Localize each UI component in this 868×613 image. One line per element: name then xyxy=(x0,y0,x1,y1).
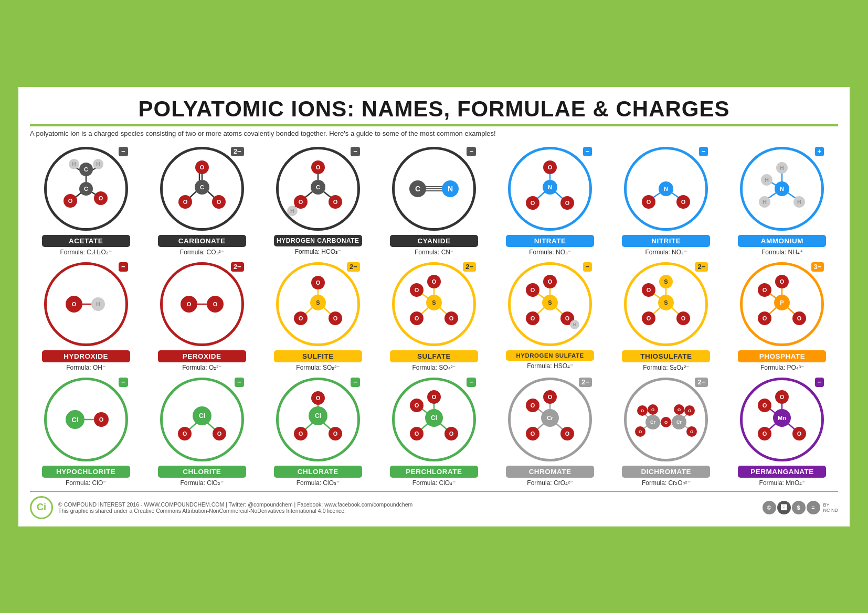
svg-text:O: O xyxy=(217,431,221,437)
svg-text:N: N xyxy=(664,186,668,192)
cc-icon-nc: $ xyxy=(792,501,806,514)
svg-text:O: O xyxy=(664,420,668,424)
thiosulfate-charge: 2− xyxy=(695,262,708,272)
ammonium-formula: Formula: NH₄⁺ xyxy=(761,249,803,256)
cc-icons: © 🅱 $ = BYNC ND xyxy=(763,501,839,514)
permanganate-name: PERMANGANATE xyxy=(738,466,826,478)
page-title: POLYATOMIC IONS: NAMES, FORMULAE & CHARG… xyxy=(30,96,838,122)
svg-text:O: O xyxy=(333,199,338,205)
svg-text:O: O xyxy=(299,315,303,321)
chromate-formula: Formula: CrO₄²⁻ xyxy=(527,479,573,487)
svg-text:C: C xyxy=(415,185,420,193)
svg-text:Cr: Cr xyxy=(547,415,554,421)
thiosulfate-name: THIOSULFATE xyxy=(622,350,710,362)
phosphate-formula: Formula: PO₄³⁻ xyxy=(760,364,804,371)
svg-text:S: S xyxy=(664,278,668,285)
sulfite-formula: Formula: SO₃²⁻ xyxy=(296,364,340,371)
divider xyxy=(30,124,838,126)
svg-text:O: O xyxy=(299,199,303,205)
chlorite-formula: Formula: ClO₂⁻ xyxy=(181,479,224,487)
chlorate-name: CHLORATE xyxy=(274,466,362,478)
svg-text:O: O xyxy=(647,315,651,321)
hydrogen-sulfate-charge: − xyxy=(583,262,592,272)
svg-text:Cl: Cl xyxy=(315,412,321,420)
sulfate-circle-wrap: S O O O O xyxy=(390,260,478,348)
hydroxide-circle-wrap: O H − xyxy=(42,260,130,348)
svg-text:O: O xyxy=(316,279,321,286)
row-1: C O O C H xyxy=(30,145,838,256)
svg-text:O: O xyxy=(531,402,535,408)
nitrite-name: NITRITE xyxy=(622,235,710,247)
svg-text:H: H xyxy=(763,199,767,205)
hydrogen-sulfate-circle: S O O O O xyxy=(508,262,592,346)
thiosulfate-circle: S S O O O xyxy=(624,262,708,346)
phosphate-charge: 3− xyxy=(811,262,824,272)
hydrogen-sulfate-card: S O O O O xyxy=(494,260,606,371)
phosphate-circle-wrap: P O O O O xyxy=(738,260,826,348)
svg-text:O: O xyxy=(432,394,437,400)
svg-text:O: O xyxy=(531,200,535,206)
svg-text:S: S xyxy=(548,299,552,306)
svg-text:O: O xyxy=(99,416,103,423)
ci-logo: Ci xyxy=(30,496,53,519)
svg-text:O: O xyxy=(449,431,454,437)
carbonate-circle-wrap: C O O O 2− xyxy=(158,145,246,233)
svg-text:O: O xyxy=(565,200,570,206)
svg-text:O: O xyxy=(651,407,654,412)
acetate-formula: Formula: C₂H₃O₂⁻ xyxy=(60,249,111,256)
thiosulfate-card: S S O O O xyxy=(610,260,722,371)
svg-text:C: C xyxy=(316,184,320,190)
svg-text:O: O xyxy=(415,402,419,408)
svg-text:O: O xyxy=(681,315,686,321)
chlorate-formula: Formula: ClO₃⁻ xyxy=(297,479,340,487)
permanganate-charge: − xyxy=(815,378,824,388)
permanganate-formula: Formula: MnO₄⁻ xyxy=(759,479,806,487)
svg-text:O: O xyxy=(449,315,454,321)
hydroxide-circle: O H xyxy=(44,262,128,346)
svg-text:O: O xyxy=(639,429,642,434)
svg-text:C: C xyxy=(200,184,204,190)
hydrogen-carbonate-charge: − xyxy=(351,147,360,157)
chlorite-charge: − xyxy=(235,378,244,388)
svg-text:H: H xyxy=(797,199,801,205)
chromate-card: Cr O O O O xyxy=(494,375,606,487)
svg-text:O: O xyxy=(199,164,204,170)
svg-text:O: O xyxy=(432,278,437,285)
hypochlorite-circle: Cl O xyxy=(44,378,128,461)
nitrite-card: N O O − NITRITE Formula: NO₂⁻ xyxy=(610,145,722,256)
cyanide-name: CYANIDE xyxy=(390,235,478,247)
dichromate-charge: 2− xyxy=(695,378,708,388)
hypochlorite-formula: Formula: ClO⁻ xyxy=(66,479,106,487)
cyanide-formula: Formula: CN⁻ xyxy=(415,249,453,256)
ammonium-card: N H H H H xyxy=(726,145,838,256)
sulfate-formula: Formula: SO₄²⁻ xyxy=(412,364,456,371)
svg-text:O: O xyxy=(68,198,72,204)
svg-text:H: H xyxy=(72,161,76,167)
chromate-charge: 2− xyxy=(579,378,592,388)
svg-text:C: C xyxy=(84,186,88,192)
svg-text:O: O xyxy=(183,199,187,205)
svg-text:O: O xyxy=(531,431,535,437)
hydroxide-charge: − xyxy=(119,262,128,272)
permanganate-circle: Mn O O O O xyxy=(740,378,824,461)
svg-text:O: O xyxy=(763,287,767,293)
cc-icon-nd: = xyxy=(807,501,820,514)
svg-text:O: O xyxy=(415,287,419,293)
phosphate-circle: P O O O O xyxy=(740,262,824,346)
svg-text:H: H xyxy=(290,208,294,214)
sulfite-charge: 2− xyxy=(347,262,360,272)
sulfite-circle-wrap: S O O O 2− xyxy=(274,260,362,348)
svg-text:O: O xyxy=(531,287,535,293)
footer-text-block: © COMPOUND INTEREST 2016 - WWW.COMPOUNDC… xyxy=(58,501,412,514)
svg-text:Mn: Mn xyxy=(778,415,786,421)
svg-text:O: O xyxy=(647,287,651,293)
hypochlorite-card: Cl O − HYPOCHLORITE Formula: ClO⁻ xyxy=(30,375,142,487)
cyanide-circle: C N xyxy=(392,147,476,231)
chlorite-circle-wrap: Cl O O − xyxy=(158,375,246,464)
acetate-charge: − xyxy=(119,147,128,157)
svg-text:O: O xyxy=(780,278,785,285)
cc-icon-cc: © xyxy=(763,501,776,514)
footer-left: Ci © COMPOUND INTEREST 2016 - WWW.COMPOU… xyxy=(30,496,412,519)
hydrogen-sulfate-circle-wrap: S O O O O xyxy=(506,260,594,348)
svg-text:O: O xyxy=(690,429,693,434)
